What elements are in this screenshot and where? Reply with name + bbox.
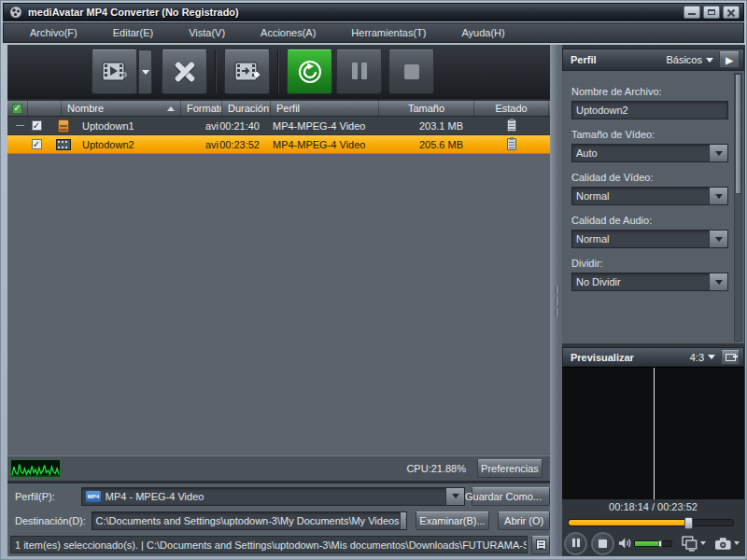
- chevron-down-icon[interactable]: [700, 541, 706, 545]
- chevron-down-icon[interactable]: [709, 145, 727, 161]
- destination-select[interactable]: C:\Documents and Settings\uptodown-3\My …: [92, 511, 407, 530]
- detach-icon: [726, 354, 736, 361]
- chevron-down-icon[interactable]: [709, 231, 727, 247]
- column-header-nombre[interactable]: Nombre: [62, 101, 181, 116]
- browse-button[interactable]: Examinar(B)...: [416, 511, 490, 530]
- open-folder-button[interactable]: Abrir (O): [498, 511, 550, 530]
- list-icon: [536, 539, 546, 550]
- toolbar-separator: [277, 50, 279, 93]
- seek-bar[interactable]: [568, 519, 734, 526]
- preferences-button[interactable]: Preferencias: [477, 459, 543, 478]
- window-title: mediAvatar MP4 Converter (No Registrado): [28, 7, 239, 18]
- file-row[interactable]: ✓Uptodown1avi00:21:40MP4-MPEG-4 Video203…: [7, 117, 550, 135]
- chevron-down-icon[interactable]: [709, 273, 727, 290]
- profile-advanced-button[interactable]: ▶: [719, 51, 740, 68]
- pause-icon: [350, 63, 369, 81]
- film-merge-icon: [233, 61, 261, 83]
- file-format: avi: [205, 120, 218, 132]
- row-checkbox[interactable]: ✓: [32, 139, 42, 149]
- sort-ascending-icon: [167, 106, 175, 111]
- file-list-header[interactable]: ✓NombreFormatoDuraciónPerfilTamañoEstado: [7, 101, 550, 117]
- panel-splitter[interactable]: [550, 45, 562, 556]
- file-type-column-header[interactable]: [28, 101, 62, 116]
- app-icon: [9, 6, 22, 19]
- column-header-duración[interactable]: Duración: [222, 101, 271, 116]
- file-list[interactable]: ✓Uptodown1avi00:21:40MP4-MPEG-4 Video203…: [7, 117, 550, 455]
- column-label: Formato: [181, 103, 222, 114]
- right-panel: Perfil Básicos ▶ Nombre de Archivo:Uptod…: [562, 45, 745, 556]
- aspect-ratio-value: 4:3: [690, 352, 704, 363]
- row-checkbox[interactable]: ✓: [32, 120, 42, 131]
- detach-preview-button[interactable]: [721, 350, 740, 365]
- close-button[interactable]: [723, 6, 740, 19]
- preview-stop-button[interactable]: [591, 532, 614, 555]
- file-duration: 00:21:40: [219, 120, 260, 132]
- aspect-ratio-select[interactable]: 4:3: [690, 352, 715, 363]
- file-size: 205.6 MB: [419, 139, 463, 150]
- output-profile-select[interactable]: MP4 MP4 - MPEG-4 Video: [81, 487, 465, 506]
- chevron-down-icon[interactable]: [709, 188, 727, 204]
- column-header-perfil[interactable]: Perfil: [271, 101, 379, 116]
- destination-row: Destinación(D): C:\Documents and Setting…: [7, 509, 550, 533]
- volume-thumb[interactable]: [658, 540, 662, 547]
- menu-item[interactable]: Herramientas(T): [342, 24, 435, 41]
- setting-select[interactable]: Normal: [571, 230, 728, 248]
- chevron-down-icon[interactable]: [445, 488, 464, 505]
- menu-item[interactable]: Editar(E): [104, 24, 162, 41]
- file-info-button[interactable]: [531, 536, 550, 554]
- convert-button[interactable]: [287, 49, 332, 94]
- select-all-checkbox[interactable]: ✓: [12, 104, 22, 114]
- preview-panel-title: Previsualizar: [571, 352, 634, 363]
- toolbar: [7, 45, 550, 99]
- column-header-tamaño[interactable]: Tamaño: [379, 101, 474, 116]
- stop-icon: [404, 64, 419, 79]
- save-as-button[interactable]: Guardar Como...: [472, 487, 550, 506]
- add-file-dropdown[interactable]: [138, 49, 152, 94]
- snapshot-frames-icon[interactable]: [682, 536, 699, 552]
- setting-select[interactable]: No Dividir: [571, 273, 728, 291]
- maximize-button[interactable]: [703, 6, 720, 19]
- setting-select[interactable]: Normal: [571, 187, 728, 205]
- volume-slider[interactable]: [634, 540, 672, 547]
- mp4-format-icon: MP4: [86, 491, 101, 502]
- seek-bar-thumb[interactable]: [684, 517, 693, 529]
- field-value: Auto: [572, 147, 598, 159]
- chevron-down-icon[interactable]: [400, 512, 407, 529]
- destination-label: Destinación(D):: [15, 515, 92, 526]
- title-bar[interactable]: mediAvatar MP4 Converter (No Registrado): [3, 3, 744, 21]
- file-row[interactable]: ✓Uptodown2avi00:23:52MP4-MPEG-4 Video205…: [7, 135, 550, 154]
- minimize-button[interactable]: [684, 6, 700, 19]
- chevron-down-icon[interactable]: [734, 541, 740, 545]
- menu-item[interactable]: Vista(V): [179, 24, 234, 41]
- filename-input[interactable]: Uptodown2: [571, 101, 728, 119]
- field-value: Normal: [572, 233, 609, 245]
- preview-pause-button[interactable]: [564, 532, 587, 555]
- column-header-formato[interactable]: Formato: [181, 101, 222, 116]
- speaker-icon[interactable]: [618, 537, 632, 550]
- select-all-checkbox-header[interactable]: ✓: [7, 101, 28, 116]
- field-value: Uptodown2: [572, 105, 628, 116]
- preview-panel-header: Previsualizar 4:3: [562, 347, 744, 367]
- profile-panel-header: Perfil Básicos ▶: [562, 49, 744, 71]
- camera-icon[interactable]: [714, 537, 732, 551]
- setting-select[interactable]: Auto: [571, 144, 728, 162]
- menu-item[interactable]: Ayuda(H): [452, 24, 514, 41]
- field-label: Nombre de Archivo:: [571, 86, 744, 97]
- column-header-estado[interactable]: Estado: [474, 101, 549, 116]
- file-profile: MP4-MPEG-4 Video: [273, 139, 365, 150]
- menu-item[interactable]: Acciones(A): [251, 24, 325, 41]
- audio-file-icon: [58, 119, 69, 133]
- pause-button[interactable]: [336, 49, 382, 94]
- settings-scrollbar[interactable]: [734, 73, 742, 342]
- stop-button[interactable]: [388, 49, 434, 94]
- preview-screen: [562, 367, 744, 499]
- main-area: ✓NombreFormatoDuraciónPerfilTamañoEstado…: [7, 45, 550, 556]
- remove-file-button[interactable]: [162, 49, 207, 94]
- menu-item[interactable]: Archivo(F): [21, 24, 87, 41]
- video-file-icon: [56, 139, 71, 150]
- add-file-button[interactable]: [92, 49, 137, 94]
- column-label: Tamaño: [408, 103, 444, 114]
- profile-mode-select[interactable]: Básicos: [666, 54, 713, 65]
- seek-bar-fill: [569, 520, 688, 525]
- merge-files-button[interactable]: [224, 49, 270, 94]
